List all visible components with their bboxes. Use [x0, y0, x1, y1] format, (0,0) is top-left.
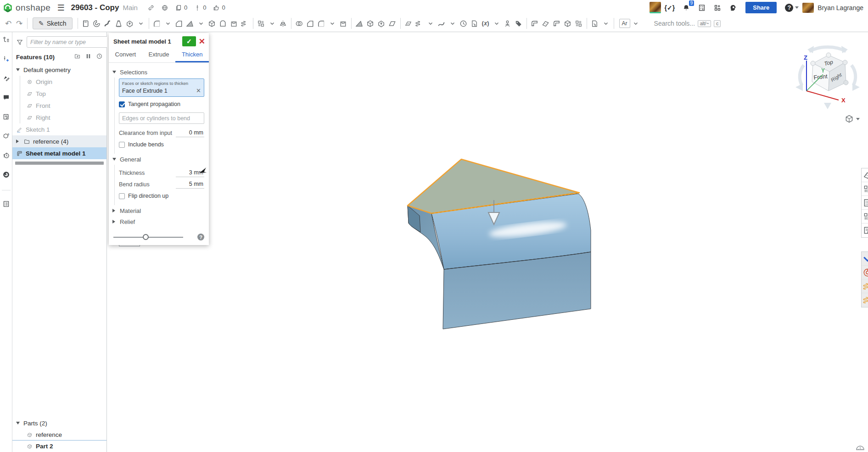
suppress-pause-icon[interactable] [85, 53, 92, 61]
tab-convert[interactable]: Convert [109, 49, 142, 62]
spline-icon[interactable] [436, 17, 447, 30]
plane-icon[interactable] [403, 17, 414, 30]
follow-mode-icon[interactable] [2, 74, 10, 84]
flat-pattern-icon[interactable] [862, 168, 868, 182]
modify-fillet-icon[interactable] [316, 17, 327, 30]
loft-icon[interactable] [113, 17, 124, 30]
regenerate-clock-icon[interactable] [96, 53, 103, 61]
redo-icon[interactable]: ↷ [14, 17, 25, 30]
bend-table-icon[interactable] [862, 182, 868, 196]
include-bends-checkbox-row[interactable]: Include bends [119, 141, 204, 148]
part-row-reference[interactable]: reference [12, 429, 106, 441]
sheet-metal-table-icon[interactable] [862, 196, 868, 210]
sheet-metal-joint-icon[interactable] [540, 17, 551, 30]
copies-icon[interactable]: 0 [175, 4, 187, 11]
fillet-icon[interactable] [151, 17, 162, 30]
boolean-icon[interactable] [294, 17, 305, 30]
tab-thicken[interactable]: Thicken [175, 49, 209, 62]
help-menu[interactable]: ? [785, 4, 799, 12]
new-folder-icon[interactable] [74, 53, 81, 61]
draft-icon[interactable] [185, 17, 196, 30]
thicken-caret-icon[interactable] [135, 17, 146, 30]
sketch-button[interactable]: ✎Sketch [33, 17, 73, 29]
help-spiral-icon[interactable] [2, 171, 10, 180]
variable-icon[interactable]: (𝑥) [480, 17, 491, 30]
history-icon[interactable] [2, 151, 10, 161]
delete-face-icon[interactable] [338, 17, 349, 30]
view-cube[interactable]: Top Front Right Z X Y [791, 41, 864, 115]
chevron-right-icon[interactable] [16, 140, 19, 143]
material-library-icon[interactable] [862, 279, 868, 293]
tree-item-sheet-metal-model-1[interactable]: Sheet metal model 1 [12, 147, 106, 159]
clearance-input[interactable]: 0 mm [176, 129, 204, 137]
revolve-icon[interactable] [91, 17, 102, 30]
modify-fillet-caret-icon[interactable] [327, 17, 338, 30]
faces-selection-box[interactable]: Faces or sketch regions to thicken Face … [119, 78, 204, 97]
cancel-close-icon[interactable]: ✕ [199, 38, 205, 45]
chevron-down-icon[interactable] [16, 422, 20, 424]
cut-list-icon[interactable] [862, 223, 868, 237]
main-menu-icon[interactable]: ☰ [57, 3, 64, 13]
panel-collapse-icon[interactable] [862, 252, 868, 266]
parts-header-row[interactable]: Parts (2) [12, 417, 106, 429]
helix-caret-icon[interactable] [425, 17, 436, 30]
hole-icon[interactable] [229, 17, 240, 30]
checkbox-unchecked-icon[interactable] [119, 193, 125, 199]
draft-caret-icon[interactable] [196, 17, 207, 30]
sheet-metal-model-icon[interactable] [529, 17, 540, 30]
tree-item-reference-folder[interactable]: reference (4) [12, 135, 106, 147]
text-style-button[interactable]: Ar [619, 19, 630, 28]
onshape-logo-icon[interactable] [3, 3, 13, 13]
sheet-metal-tab-icon[interactable] [562, 17, 573, 30]
material-section-header[interactable]: Material [112, 205, 204, 216]
workspace-label[interactable]: Main [123, 4, 138, 11]
selections-section-header[interactable]: Selections [112, 67, 204, 78]
checkbox-unchecked-icon[interactable] [119, 142, 125, 148]
linear-pattern-icon[interactable] [256, 17, 267, 30]
confirm-check-button[interactable]: ✓ [182, 36, 196, 46]
finish-caret-icon[interactable] [600, 17, 611, 30]
appearance-panel-icon[interactable] [862, 293, 868, 307]
share-link-icon[interactable] [147, 4, 155, 11]
tree-item-front-plane[interactable]: Front [12, 100, 106, 112]
tab-extrude[interactable]: Extrude [142, 49, 176, 62]
notifications-bell-icon[interactable]: 9 [682, 4, 690, 12]
variable-caret-icon[interactable] [491, 17, 502, 30]
tree-item-top-plane[interactable]: Top [12, 88, 106, 100]
likes-icon[interactable]: 0 [213, 4, 225, 11]
tag-icon[interactable] [513, 17, 524, 30]
finish-sheet-metal-icon[interactable] [589, 17, 600, 30]
dialog-help-icon[interactable]: ? [197, 234, 204, 240]
filter-funnel-icon[interactable] [16, 39, 23, 46]
tree-item-right-plane[interactable]: Right [12, 112, 106, 123]
document-title[interactable]: 29603 - Copy [71, 3, 119, 12]
release-notes-icon[interactable] [2, 113, 10, 123]
insert-version-icon[interactable] [2, 55, 10, 65]
hole-table-icon[interactable] [862, 210, 868, 223]
collaborator-avatar[interactable] [650, 2, 661, 13]
measure-protractor-icon[interactable] [855, 443, 865, 452]
graphics-viewport[interactable]: Sheet metal model 1 ✓ ✕ Convert Extrude … [107, 32, 868, 452]
flange-icon[interactable] [551, 17, 562, 30]
fillet-caret-icon[interactable] [162, 17, 174, 30]
spline-caret-icon[interactable] [447, 17, 458, 30]
chamfer-icon[interactable] [174, 17, 185, 30]
composite-curve-icon[interactable] [458, 17, 469, 30]
rib-icon[interactable] [207, 17, 218, 30]
thicken-icon[interactable] [124, 17, 135, 30]
general-section-header[interactable]: General [112, 154, 204, 165]
tree-item-default-geometry[interactable]: Default geometry [12, 64, 106, 76]
color-palette-icon[interactable] [862, 266, 868, 279]
split-icon[interactable] [305, 17, 316, 30]
pattern-caret-icon[interactable] [267, 17, 278, 30]
mirror-icon[interactable] [278, 17, 289, 30]
offset-surface-icon[interactable] [376, 17, 387, 30]
sheet-metal-model-3d[interactable] [390, 147, 620, 340]
rollback-bar[interactable] [15, 162, 104, 165]
tangent-propagation-checkbox-row[interactable]: Tangent propagation [119, 101, 204, 107]
undo-icon[interactable]: ↶ [3, 17, 14, 30]
flip-direction-checkbox-row[interactable]: Flip direction up [119, 193, 204, 199]
filter-input[interactable] [27, 36, 109, 48]
edges-to-bend-input[interactable] [119, 112, 204, 124]
versions-icon[interactable]: 0 [194, 4, 206, 11]
